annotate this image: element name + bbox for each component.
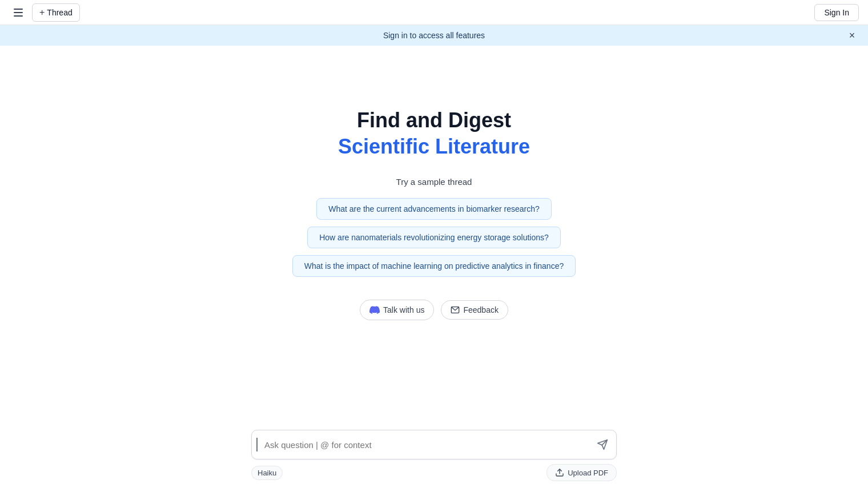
discord-icon bbox=[369, 305, 380, 315]
upload-pdf-label: Upload PDF bbox=[568, 469, 608, 477]
talk-with-us-button[interactable]: Talk with us bbox=[360, 300, 434, 320]
talk-with-us-label: Talk with us bbox=[383, 305, 424, 314]
plus-icon: + bbox=[39, 7, 45, 18]
input-cursor bbox=[256, 438, 258, 451]
sample-threads-list: What are the current advancements in bio… bbox=[292, 198, 576, 277]
sign-in-banner: Sign in to access all features × bbox=[0, 25, 868, 46]
sample-label: Try a sample thread bbox=[396, 177, 472, 187]
header-left: + Thread bbox=[9, 3, 80, 22]
sign-in-button[interactable]: Sign In bbox=[814, 4, 859, 21]
hero-title-line1: Find and Digest bbox=[338, 108, 530, 132]
banner-close-button[interactable]: × bbox=[845, 29, 859, 42]
sample-thread-2[interactable]: How are nanomaterials revolutionizing en… bbox=[307, 227, 561, 248]
input-container bbox=[251, 430, 617, 459]
upload-icon bbox=[555, 468, 564, 477]
envelope-icon bbox=[451, 305, 460, 314]
menu-button[interactable] bbox=[9, 3, 27, 22]
hero-title: Find and Digest Scientific Literature bbox=[338, 108, 530, 159]
sample-thread-3[interactable]: What is the impact of machine learning o… bbox=[292, 255, 576, 277]
new-thread-button[interactable]: + Thread bbox=[32, 3, 80, 22]
send-icon bbox=[597, 439, 608, 450]
hamburger-icon bbox=[14, 9, 23, 17]
feedback-button[interactable]: Feedback bbox=[441, 300, 508, 320]
send-button[interactable] bbox=[593, 435, 612, 454]
main-content: Find and Digest Scientific Literature Tr… bbox=[0, 46, 868, 320]
header: + Thread Sign In bbox=[0, 0, 868, 25]
hero-title-line2: Scientific Literature bbox=[338, 135, 530, 159]
bottom-controls: Haiku Upload PDF bbox=[251, 464, 617, 481]
upload-pdf-button[interactable]: Upload PDF bbox=[546, 464, 617, 481]
bottom-bar: Haiku Upload PDF bbox=[0, 423, 868, 488]
banner-text: Sign in to access all features bbox=[383, 31, 485, 40]
new-thread-label: Thread bbox=[47, 8, 72, 17]
action-buttons: Talk with us Feedback bbox=[360, 300, 508, 320]
question-input[interactable] bbox=[264, 438, 593, 452]
feedback-label: Feedback bbox=[463, 305, 498, 314]
model-selector[interactable]: Haiku bbox=[251, 466, 283, 480]
sample-thread-1[interactable]: What are the current advancements in bio… bbox=[316, 198, 552, 220]
